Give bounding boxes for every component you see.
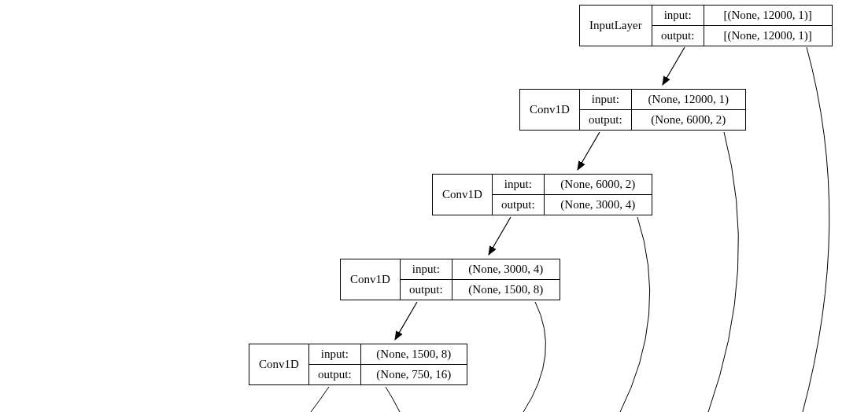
io-input-label: input: [401,259,452,279]
skip-edge-2 [620,217,650,412]
io-output-label: output: [493,195,545,215]
io-input-label: input: [493,175,545,194]
skip-edge-3 [523,302,545,412]
layer-node-conv1d-2: Conv1D input: (None, 6000, 2) output: (N… [432,174,652,215]
io-input-value: (None, 3000, 4) [452,259,560,279]
layer-type-label: Conv1D [249,344,309,384]
io-input-value: (None, 6000, 2) [545,175,652,194]
io-output-label: output: [652,26,704,46]
io-output-label: output: [401,280,452,300]
io-input-value: (None, 1500, 8) [361,344,467,364]
io-output-value: [(None, 12000, 1)] [704,26,832,46]
layer-type-label: Conv1D [341,259,401,300]
io-input-label: input: [309,344,361,364]
layer-type-label: Conv1D [433,175,493,215]
skip-edge-0 [803,47,829,412]
edge-1-2 [578,132,600,170]
layer-type-label: InputLayer [580,6,652,46]
io-output-value: (None, 3000, 4) [545,195,652,215]
io-input-label: input: [580,90,632,109]
io-input-label: input: [652,6,704,25]
io-output-value: (None, 1500, 8) [452,280,560,300]
edge-3-4 [395,302,417,340]
layer-node-conv1d-4: Conv1D input: (None, 1500, 8) output: (N… [249,344,467,385]
layer-node-input: InputLayer input: [(None, 12000, 1)] out… [579,5,833,46]
skip-edge-4a [311,387,329,412]
skip-edge-1 [708,132,738,412]
io-output-value: (None, 6000, 2) [632,110,745,130]
skip-edge-4b [386,387,400,412]
layer-node-conv1d-1: Conv1D input: (None, 12000, 1) output: (… [519,89,746,131]
edge-0-1 [663,47,685,85]
io-output-value: (None, 750, 16) [361,365,467,384]
layer-node-conv1d-3: Conv1D input: (None, 3000, 4) output: (N… [340,259,560,300]
io-input-value: (None, 12000, 1) [632,90,745,109]
io-output-label: output: [309,365,361,384]
edge-2-3 [489,217,511,255]
io-output-label: output: [580,110,632,130]
layer-type-label: Conv1D [520,90,580,130]
io-input-value: [(None, 12000, 1)] [704,6,832,25]
